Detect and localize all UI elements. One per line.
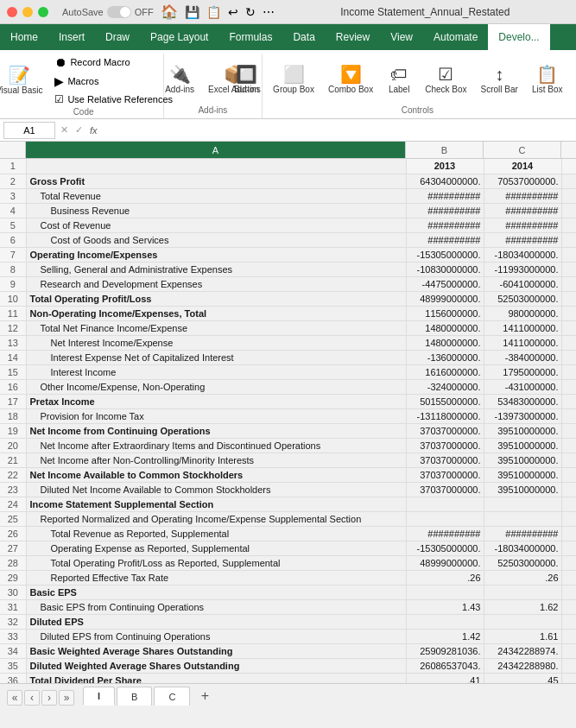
cell-d-30[interactable] xyxy=(561,585,576,599)
record-macro-button[interactable]: ⏺ Record Macro xyxy=(51,54,176,71)
tab-home[interactable]: Home xyxy=(0,24,48,50)
cell-b-34[interactable]: 25909281036. xyxy=(406,643,484,658)
cell-c-7[interactable]: -18034000000. xyxy=(484,247,561,262)
cell-d-12[interactable]: 21880000... xyxy=(561,320,576,335)
cell-b-25[interactable] xyxy=(406,511,484,526)
cell-b-23[interactable]: 37037000000. xyxy=(406,482,484,497)
cell-b-30[interactable] xyxy=(406,585,484,599)
cell-a-4[interactable]: Business Revenue xyxy=(26,203,406,218)
cell-a-3[interactable]: Total Revenue xyxy=(26,188,406,203)
more-icon[interactable]: ⋯ xyxy=(263,5,275,19)
cell-b-24[interactable] xyxy=(406,497,484,511)
cell-b-9[interactable]: -4475000000. xyxy=(406,276,484,291)
cell-c-14[interactable]: -384000000. xyxy=(484,350,561,364)
sheet-tab-i[interactable]: I xyxy=(83,687,115,706)
cell-b-33[interactable]: 1.42 xyxy=(406,629,484,643)
cell-d-28[interactable]: 71230000... xyxy=(561,555,576,570)
cell-b-18[interactable]: -13118000000. xyxy=(406,408,484,423)
cell-reference[interactable]: A1 xyxy=(3,122,55,139)
cell-d-29[interactable] xyxy=(561,570,576,585)
sheet-nav-first[interactable]: « xyxy=(7,690,22,706)
formula-input[interactable] xyxy=(103,122,573,139)
cell-b-36[interactable]: .41 xyxy=(406,673,484,683)
cell-a-30[interactable]: Basic EPS xyxy=(26,585,406,599)
cell-b-28[interactable]: 48999000000. xyxy=(406,555,484,570)
cell-c-17[interactable]: 53483000000. xyxy=(484,394,561,408)
cell-d-13[interactable]: 21880000... xyxy=(561,335,576,350)
cell-b-26[interactable]: ########## xyxy=(406,526,484,541)
cell-d-1[interactable]: 2015 xyxy=(561,159,576,174)
cell-a-10[interactable]: Total Operating Profit/Loss xyxy=(26,291,406,306)
cell-a-24[interactable]: Income Statement Supplemental Section xyxy=(26,497,406,511)
cell-b-31[interactable]: 1.43 xyxy=(406,599,484,614)
visual-basic-button[interactable]: 📝 Visual Basic xyxy=(0,63,47,98)
maximize-button[interactable] xyxy=(38,7,48,17)
button-control[interactable]: 🔲 Button xyxy=(229,62,264,98)
cell-a-15[interactable]: Interest Income xyxy=(26,364,406,379)
cell-b-17[interactable]: 50155000000. xyxy=(406,394,484,408)
cell-c-21[interactable]: 39510000000. xyxy=(484,453,561,467)
col-header-d[interactable]: D xyxy=(561,142,576,158)
cell-a-13[interactable]: Net Interest Income/Expense xyxy=(26,335,406,350)
cell-d-22[interactable]: 533940000... xyxy=(561,467,576,482)
cell-a-21[interactable]: Net Income after Non-Controlling/Minorit… xyxy=(26,453,406,467)
cell-c-35[interactable]: 24342288980. xyxy=(484,658,561,673)
cell-c-12[interactable]: 1411000000. xyxy=(484,320,561,335)
sheet-tab-b[interactable]: B xyxy=(117,687,152,706)
cell-c-34[interactable]: 24342288974. xyxy=(484,643,561,658)
cell-c-13[interactable]: 1411000000. xyxy=(484,335,561,350)
cell-a-8[interactable]: Selling, General and Administrative Expe… xyxy=(26,262,406,276)
tab-automate[interactable]: Automate xyxy=(423,24,488,50)
cell-b-20[interactable]: 37037000000. xyxy=(406,438,484,453)
sheet-nav-next[interactable]: › xyxy=(41,690,57,706)
cell-b-3[interactable]: ########## xyxy=(406,188,484,203)
cell-b-16[interactable]: -324000000. xyxy=(406,379,484,394)
tab-formulas[interactable]: Formulas xyxy=(218,24,282,50)
cell-b-22[interactable]: 37037000000. xyxy=(406,467,484,482)
cell-c-27[interactable]: -18034000000. xyxy=(484,541,561,555)
cell-a-19[interactable]: Net Income from Continuing Operations xyxy=(26,423,406,438)
cell-a-17[interactable]: Pretax Income xyxy=(26,394,406,408)
tab-draw[interactable]: Draw xyxy=(95,24,140,50)
combo-box-control[interactable]: 🔽 Combo Box xyxy=(323,62,378,98)
cell-c-5[interactable]: ########## xyxy=(484,218,561,232)
cell-b-8[interactable]: -10830000000. xyxy=(406,262,484,276)
group-box-control[interactable]: ⬜ Group Box xyxy=(268,62,320,98)
col-header-a[interactable]: A xyxy=(26,142,406,158)
save-icon[interactable]: 💾 xyxy=(185,5,199,19)
cell-a-27[interactable]: Operating Expense as Reported, Supplemen… xyxy=(26,541,406,555)
cell-d-26[interactable]: ######### xyxy=(561,526,576,541)
cell-a-29[interactable]: Reported Effective Tax Rate xyxy=(26,570,406,585)
cell-a-28[interactable]: Total Operating Profit/Loss as Reported,… xyxy=(26,555,406,570)
cell-c-30[interactable] xyxy=(484,585,561,599)
cell-b-7[interactable]: -15305000000. xyxy=(406,247,484,262)
cell-c-18[interactable]: -13973000000. xyxy=(484,408,561,423)
cell-c-10[interactable]: 52503000000. xyxy=(484,291,561,306)
cell-c-31[interactable]: 1.62 xyxy=(484,599,561,614)
use-relative-button[interactable]: ☑ Use Relative References xyxy=(51,92,176,107)
cell-b-14[interactable]: -136000000. xyxy=(406,350,484,364)
add-sheet-button[interactable]: + xyxy=(195,687,214,706)
cell-a-14[interactable]: Interest Expense Net of Capitalized Inte… xyxy=(26,350,406,364)
cell-c-4[interactable]: ########## xyxy=(484,203,561,218)
cell-c-33[interactable]: 1.61 xyxy=(484,629,561,643)
cell-d-25[interactable] xyxy=(561,511,576,526)
sheet-nav-prev[interactable]: ‹ xyxy=(24,690,40,706)
cell-a-7[interactable]: Operating Income/Expenses xyxy=(26,247,406,262)
cell-c-28[interactable]: 52503000000. xyxy=(484,555,561,570)
cell-c-29[interactable]: .26 xyxy=(484,570,561,585)
cell-c-19[interactable]: 39510000000. xyxy=(484,423,561,438)
autosave-toggle[interactable]: AutoSave OFF xyxy=(62,6,154,18)
sheet-nav-last[interactable]: » xyxy=(59,690,74,706)
list-box-control[interactable]: 📋 List Box xyxy=(527,62,568,98)
cell-a-18[interactable]: Provision for Income Tax xyxy=(26,408,406,423)
toggle-switch[interactable] xyxy=(107,6,131,18)
cell-b-32[interactable] xyxy=(406,614,484,629)
cell-c-23[interactable]: 39510000000. xyxy=(484,482,561,497)
cell-c-32[interactable] xyxy=(484,614,561,629)
cell-b-1[interactable]: 2013 xyxy=(406,159,484,174)
cell-c-15[interactable]: 1795000000. xyxy=(484,364,561,379)
cell-d-31[interactable]: . xyxy=(561,599,576,614)
cell-b-21[interactable]: 37037000000. xyxy=(406,453,484,467)
cell-d-34[interactable]: 2301368... xyxy=(561,643,576,658)
